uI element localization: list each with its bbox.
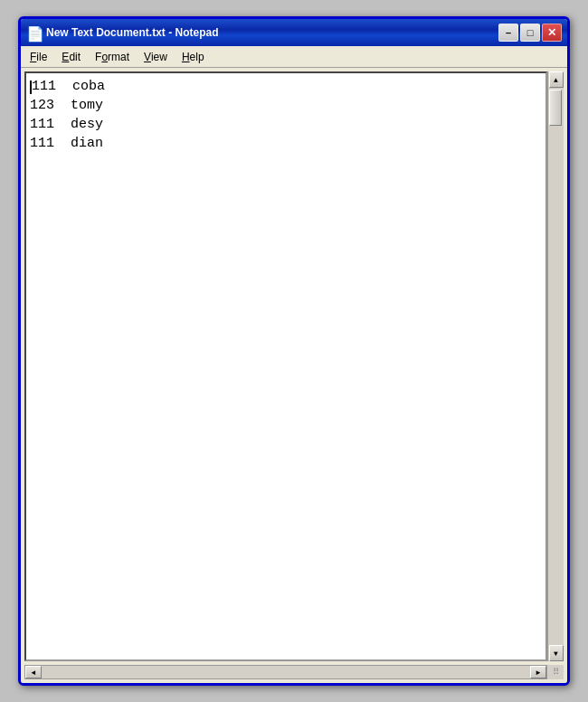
bottom-scrollbar-area: ◄ ► ⠿ [21,665,567,683]
horizontal-scrollbar[interactable]: ◄ ► [24,665,547,679]
window-title: New Text Document.txt - Notepad [46,26,498,39]
menu-help[interactable]: Help [175,46,212,67]
menu-help-label: Help [182,51,204,63]
scroll-up-button[interactable]: ▲ [549,71,564,88]
maximize-button[interactable]: □ [520,24,540,42]
scroll-track-horizontal[interactable] [42,666,530,678]
scroll-track-vertical[interactable] [548,88,564,645]
menu-edit-label: Edit [62,51,81,63]
resize-corner[interactable]: ⠿ [547,665,564,679]
menu-edit[interactable]: Edit [54,46,88,67]
menu-view[interactable]: View [137,46,175,67]
minimize-button[interactable]: – [498,24,518,42]
vertical-scrollbar[interactable]: ▲ ▼ [547,71,564,661]
text-editor[interactable]: 111 coba 123 tomy 111 desy 111 dian [24,71,547,661]
menu-format[interactable]: Format [88,46,137,67]
scroll-left-button[interactable]: ◄ [25,666,42,678]
scroll-thumb-vertical[interactable] [549,90,562,126]
close-button[interactable]: ✕ [542,24,562,42]
scroll-down-button[interactable]: ▼ [549,645,564,661]
content-area: 111 coba 123 tomy 111 desy 111 dian ▲ ▼ [21,68,567,665]
title-bar: 📄 New Text Document.txt - Notepad – □ ✕ [21,19,567,46]
notepad-window: 📄 New Text Document.txt - Notepad – □ ✕ … [18,16,570,686]
menu-bar: File Edit Format View Help [21,46,567,68]
window-icon: 📄 [26,25,41,40]
menu-format-label: Format [95,51,129,63]
menu-file[interactable]: File [23,46,54,67]
window-controls: – □ ✕ [498,24,562,42]
menu-file-label: File [30,51,47,63]
menu-view-label: View [144,51,167,63]
scroll-right-button[interactable]: ► [530,666,546,678]
